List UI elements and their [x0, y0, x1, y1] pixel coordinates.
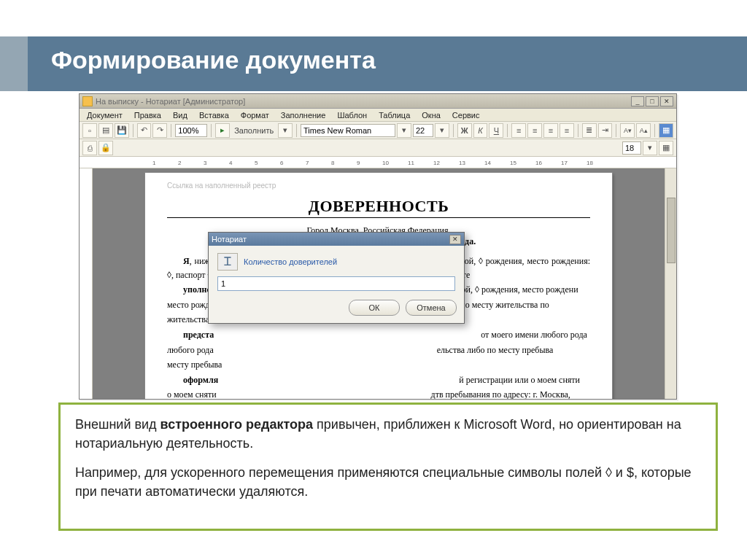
doc-para: оформляxxxxxxxxxxxxxxxxxxxxxxxxxxxxxxxxx… — [167, 373, 590, 387]
slide: Формирование документа На выписку - Нота… — [0, 0, 747, 560]
caption-para-2: Например, для ускоренного перемещения пр… — [75, 463, 701, 501]
new-icon[interactable]: ▫ — [82, 123, 97, 138]
lock-icon[interactable]: 🔒 — [98, 141, 113, 155]
indent-icon[interactable]: ⇥ — [598, 123, 613, 138]
font-name-input[interactable] — [301, 124, 395, 137]
ruler-num: 14 — [484, 160, 491, 166]
maximize-button[interactable]: □ — [646, 96, 659, 106]
app-icon — [82, 96, 93, 106]
fill-label[interactable]: Заполнить — [231, 126, 276, 135]
menu-edit[interactable]: Правка — [130, 110, 166, 120]
cancel-button[interactable]: Отмена — [406, 300, 457, 316]
separator — [453, 124, 454, 137]
menu-format[interactable]: Формат — [236, 110, 274, 120]
ruler-num: 3 — [204, 160, 206, 166]
caption-box: Внешний вид встроенного редактора привыч… — [58, 402, 718, 531]
ruler-num: 1 — [152, 160, 155, 166]
font-size-input[interactable] — [413, 124, 433, 137]
separator — [654, 124, 655, 137]
ruler-num: 18 — [587, 160, 593, 166]
doc-para: о моем снятиxxxxxxxxxxxxxxxxxxxxxxxxxxxx… — [167, 388, 590, 399]
fill-dropdown-icon[interactable]: ▾ — [278, 123, 293, 138]
size-dropdown-icon[interactable]: ▾ — [435, 123, 449, 138]
fill-icon[interactable]: ▸ — [215, 123, 230, 138]
extra-icon[interactable]: ▦ — [659, 141, 673, 155]
underline-button[interactable]: Ч — [489, 123, 503, 138]
align-left-icon[interactable]: ≡ — [511, 123, 526, 138]
title-band-accent — [0, 36, 28, 91]
ruler-num: 6 — [280, 160, 283, 166]
italic-button[interactable]: К — [473, 123, 488, 138]
close-button[interactable]: ✕ — [660, 96, 673, 106]
ruler-num: 13 — [459, 160, 465, 166]
toolbar-main: ▫ ▤ 💾 ↶ ↷ ▸ Заполнить ▾ ▾ ▾ Ж К Ч ≡ ≡ ≡ — [80, 122, 676, 139]
ruler-num: 5 — [255, 160, 258, 166]
ruler-num: 17 — [561, 160, 568, 166]
right-size-input[interactable] — [622, 141, 641, 155]
undo-icon[interactable]: ↶ — [137, 123, 152, 138]
menu-insert[interactable]: Вставка — [195, 110, 233, 120]
separator — [507, 124, 508, 137]
menu-service[interactable]: Сервис — [448, 110, 484, 120]
ruler-vertical — [80, 168, 93, 399]
font-inc-icon[interactable]: A▴ — [636, 123, 651, 138]
menu-windows[interactable]: Окна — [417, 110, 445, 120]
zoom-input[interactable] — [175, 124, 207, 137]
doc-para: любого родаxxxxxxxxxxxxxxxxxxxxxxxxxxxxx… — [167, 343, 590, 357]
bold-button[interactable]: Ж — [457, 123, 472, 138]
separator — [578, 124, 578, 137]
dialog-title: Нотариат — [212, 235, 247, 244]
menu-template[interactable]: Шаблон — [333, 110, 371, 120]
separator — [171, 124, 171, 137]
ruler-num: 11 — [408, 160, 414, 166]
dialog-titlebar[interactable]: Нотариат ✕ — [209, 233, 464, 246]
slide-title: Формирование документа — [51, 46, 376, 74]
align-center-icon[interactable]: ≡ — [527, 123, 542, 138]
separator — [211, 124, 212, 137]
window-title: На выписку - Нотариат [Администратор] — [96, 97, 631, 106]
print-icon[interactable]: ⎙ — [82, 141, 97, 155]
font-dec-icon[interactable]: A▾ — [620, 123, 635, 138]
caption-para-1: Внешний вид встроенного редактора привыч… — [75, 415, 701, 453]
ruler-num: 9 — [357, 160, 360, 166]
page-hint: Ссылка на наполненный реестр — [167, 182, 590, 190]
redo-icon[interactable]: ↷ — [152, 123, 167, 138]
menu-view[interactable]: Вид — [169, 110, 192, 120]
doc-heading: ДОВЕРЕННОСТЬ — [167, 197, 590, 218]
toolbar-secondary: ⎙ 🔒 ▾ ▦ — [80, 139, 676, 157]
scrollbar-thumb[interactable] — [667, 198, 676, 263]
list-icon[interactable]: ≣ — [582, 123, 597, 138]
ruler-num: 16 — [535, 160, 542, 166]
dialog-count-input[interactable] — [217, 276, 455, 291]
window-titlebar: На выписку - Нотариат [Администратор] _ … — [80, 94, 676, 109]
align-justify-icon[interactable]: ≡ — [560, 123, 574, 138]
dialog-footer: ОК Отмена — [209, 295, 464, 323]
insert-field-icon[interactable]: ▦ — [659, 123, 673, 138]
ruler-num: 12 — [433, 160, 440, 166]
ruler-num: 2 — [178, 160, 181, 166]
right-dropdown-icon[interactable]: ▾ — [643, 141, 657, 155]
window-buttons: _ □ ✕ — [631, 96, 673, 106]
menu-document[interactable]: Документ — [82, 110, 127, 120]
ruler-horizontal: 1 2 3 4 5 6 7 8 9 10 11 12 13 14 15 16 1… — [80, 157, 676, 168]
ruler-num: 4 — [229, 160, 232, 166]
doc-para: месту пребыва — [167, 358, 590, 372]
ruler-num: 8 — [331, 160, 334, 166]
ruler-num: 10 — [382, 160, 389, 166]
ruler-num: 7 — [306, 160, 309, 166]
ok-button[interactable]: ОК — [349, 300, 400, 316]
font-dropdown-icon[interactable]: ▾ — [397, 123, 411, 138]
open-icon[interactable]: ▤ — [98, 123, 113, 138]
ruler-num: 15 — [510, 160, 516, 166]
dialog-close-button[interactable]: ✕ — [449, 235, 461, 244]
vertical-scrollbar[interactable] — [665, 168, 676, 399]
minimize-button[interactable]: _ — [631, 96, 644, 106]
separator — [133, 124, 133, 137]
dialog-body: Ꮖ Количество доверителей — [209, 246, 464, 295]
save-icon[interactable]: 💾 — [115, 123, 129, 138]
menu-table[interactable]: Таблица — [374, 110, 414, 120]
dialog-field-label: Количество доверителей — [244, 257, 337, 266]
align-right-icon[interactable]: ≡ — [543, 123, 558, 138]
doc-para: предстаxxxxxxxxxxxxxxxxxxxxxxxxxxxxxxxxx… — [167, 328, 590, 342]
menu-fill[interactable]: Заполнение — [276, 110, 330, 120]
